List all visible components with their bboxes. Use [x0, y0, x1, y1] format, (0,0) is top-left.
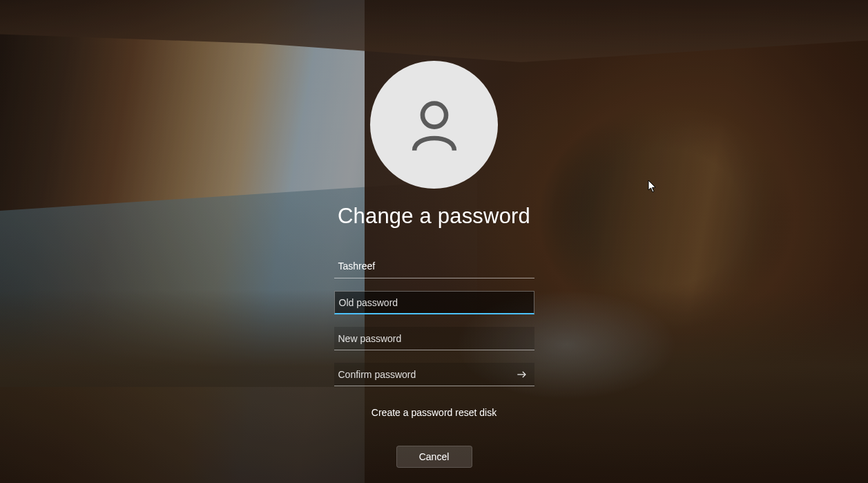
user-icon [405, 96, 463, 154]
cancel-button[interactable]: Cancel [396, 446, 472, 468]
username-display: Tashreef [334, 255, 534, 278]
change-password-panel: Change a password Tashreef Create a pass… [0, 0, 868, 483]
username-row: Tashreef [334, 255, 534, 278]
old-password-input[interactable] [334, 291, 534, 314]
svg-point-0 [422, 103, 445, 126]
confirm-password-row [334, 363, 534, 386]
old-password-row [334, 291, 534, 314]
user-avatar [370, 61, 498, 189]
new-password-input[interactable] [334, 327, 534, 350]
create-reset-disk-link[interactable]: Create a password reset disk [372, 407, 496, 418]
submit-arrow-button[interactable] [512, 365, 532, 384]
arrow-right-icon [515, 368, 529, 381]
new-password-row [334, 327, 534, 350]
confirm-password-input[interactable] [334, 363, 534, 386]
page-title: Change a password [338, 204, 530, 229]
